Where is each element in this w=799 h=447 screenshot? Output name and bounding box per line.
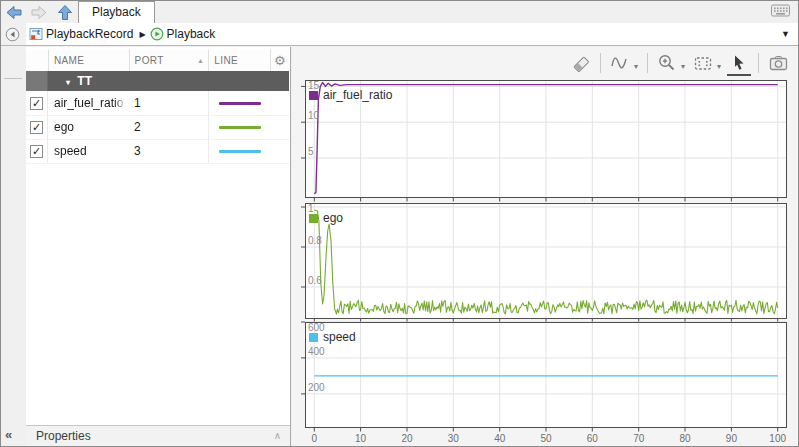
- properties-bar[interactable]: Properties ∧: [26, 425, 290, 446]
- zoom-in-icon: [657, 53, 677, 73]
- svg-text:60: 60: [587, 433, 599, 444]
- forward-button[interactable]: [29, 4, 49, 20]
- svg-text:10: 10: [308, 110, 320, 121]
- pointer-cursor-icon: [729, 53, 749, 73]
- table-row[interactable]: ✓ speed 3: [26, 139, 289, 164]
- chevron-down-icon[interactable]: ▾: [717, 62, 721, 71]
- svg-text:400: 400: [308, 346, 325, 357]
- sort-ascending-icon: ▲: [197, 57, 204, 64]
- gear-icon[interactable]: ⚙: [274, 53, 286, 68]
- table-header-row: NAME PORT ▲ LINE ⚙: [26, 50, 289, 72]
- plot-toolbar: ▾ ▾ ▾: [569, 50, 790, 76]
- fit-to-view-tool-button[interactable]: [691, 51, 715, 75]
- svg-text:90: 90: [726, 433, 738, 444]
- header-port[interactable]: PORT ▲: [129, 50, 209, 71]
- signal-name: air_fuel_ratio: [48, 91, 129, 115]
- chart-speed[interactable]: speed 2004006000102030405060708090100: [292, 322, 799, 428]
- svg-text:5: 5: [308, 146, 314, 157]
- svg-text:70: 70: [633, 433, 645, 444]
- svg-text:1: 1: [308, 203, 314, 214]
- eraser-tool-button[interactable]: [569, 51, 593, 75]
- table-row[interactable]: ✓ ego 2: [26, 115, 289, 140]
- chevron-down-icon[interactable]: ▾: [634, 62, 638, 71]
- svg-text:40: 40: [494, 433, 506, 444]
- chevron-up-icon[interactable]: ∧: [274, 430, 281, 441]
- up-arrow-icon: [57, 4, 73, 21]
- svg-text:600: 600: [308, 322, 325, 333]
- line-swatch-cyan[interactable]: [219, 150, 261, 153]
- fit-to-view-icon: [693, 53, 713, 73]
- signal-name: speed: [48, 139, 129, 163]
- play-icon: [150, 27, 164, 41]
- toolbar-separator: [600, 53, 601, 73]
- header-line[interactable]: LINE: [208, 50, 270, 71]
- svg-text:0.6: 0.6: [308, 275, 322, 286]
- group-row-tt[interactable]: ▾ TT: [26, 71, 289, 91]
- signal-port: 3: [129, 139, 209, 163]
- camera-tool-button[interactable]: [766, 51, 790, 75]
- model-icon: [29, 27, 43, 41]
- svg-text:15: 15: [308, 80, 320, 91]
- checkbox-air-fuel-ratio[interactable]: ✓: [30, 97, 43, 110]
- keyboard-icon[interactable]: [771, 4, 790, 20]
- back-button[interactable]: [4, 4, 24, 20]
- properties-label: Properties: [36, 429, 91, 443]
- svg-text:0.8: 0.8: [308, 235, 322, 246]
- signal-wave-tool-button[interactable]: [608, 51, 632, 75]
- collapse-triangle-icon[interactable]: ▾: [66, 78, 70, 87]
- chart-air-fuel-ratio[interactable]: air_fuel_ratio 51015: [292, 80, 799, 198]
- breadcrumb-item-root[interactable]: PlaybackRecord: [29, 27, 133, 41]
- signal-name: ego: [48, 115, 129, 139]
- table-row[interactable]: ✓ air_fuel_ratio 1: [26, 91, 289, 116]
- up-button[interactable]: [55, 4, 75, 20]
- tab-playback[interactable]: Playback: [78, 1, 155, 23]
- breadcrumb-current-label: Playback: [167, 27, 216, 41]
- pointer-tool-button[interactable]: [727, 50, 751, 76]
- eraser-icon: [571, 53, 591, 73]
- checkbox-ego[interactable]: ✓: [30, 121, 43, 134]
- tab-bar: Playback: [1, 1, 798, 24]
- plot-canvas[interactable]: 51015: [292, 80, 799, 215]
- chart-ego[interactable]: ego 0.60.81: [292, 203, 799, 319]
- svg-text:80: 80: [679, 433, 691, 444]
- signal-port: 1: [129, 91, 209, 115]
- svg-text:50: 50: [540, 433, 552, 444]
- header-name[interactable]: NAME: [48, 50, 129, 71]
- breadcrumb-bar: PlaybackRecord ▶ Playback ▼: [1, 23, 798, 46]
- breadcrumb-item-current[interactable]: Playback: [150, 27, 216, 41]
- collapse-panel-button[interactable]: «: [5, 427, 10, 442]
- breadcrumb-separator-icon: ▶: [139, 30, 145, 39]
- svg-text:20: 20: [401, 433, 413, 444]
- svg-text:200: 200: [308, 382, 325, 393]
- toolbar-separator: [758, 53, 759, 73]
- header-gear-cell: ⚙: [270, 50, 289, 71]
- signal-port: 2: [129, 115, 209, 139]
- svg-text:100: 100: [769, 433, 786, 444]
- left-gutter: «: [1, 47, 26, 446]
- zoom-in-tool-button[interactable]: [655, 51, 679, 75]
- breadcrumb-dropdown-caret[interactable]: ▼: [781, 30, 790, 39]
- signal-table-panel: NAME PORT ▲ LINE ⚙ ▾ TT ✓ air_fuel_ratio…: [26, 47, 291, 446]
- plot-panel: ▾ ▾ ▾: [292, 47, 798, 446]
- history-back-button[interactable]: [5, 27, 20, 45]
- camera-icon: [768, 53, 789, 73]
- plot-canvas[interactable]: 2004006000102030405060708090100: [292, 322, 799, 445]
- breadcrumb: PlaybackRecord ▶ Playback: [26, 23, 798, 45]
- group-label: TT: [77, 74, 92, 88]
- group-checkbox-cell: [26, 71, 48, 91]
- plot-canvas[interactable]: 0.60.81: [292, 203, 799, 336]
- header-checkbox-column: [26, 50, 48, 71]
- svg-text:0: 0: [312, 433, 318, 444]
- svg-text:10: 10: [355, 433, 367, 444]
- breadcrumb-root-label: PlaybackRecord: [46, 27, 133, 41]
- playback-viewer-window: Playback: [0, 0, 799, 447]
- back-arrow-icon: [5, 5, 23, 20]
- line-swatch-purple[interactable]: [219, 102, 261, 105]
- toolbar-separator: [647, 53, 648, 73]
- line-swatch-green[interactable]: [219, 126, 261, 129]
- gutter-divider: [4, 78, 22, 79]
- tab-label: Playback: [92, 5, 141, 19]
- svg-text:30: 30: [448, 433, 460, 444]
- checkbox-speed[interactable]: ✓: [30, 145, 43, 158]
- chevron-down-icon[interactable]: ▾: [681, 62, 685, 71]
